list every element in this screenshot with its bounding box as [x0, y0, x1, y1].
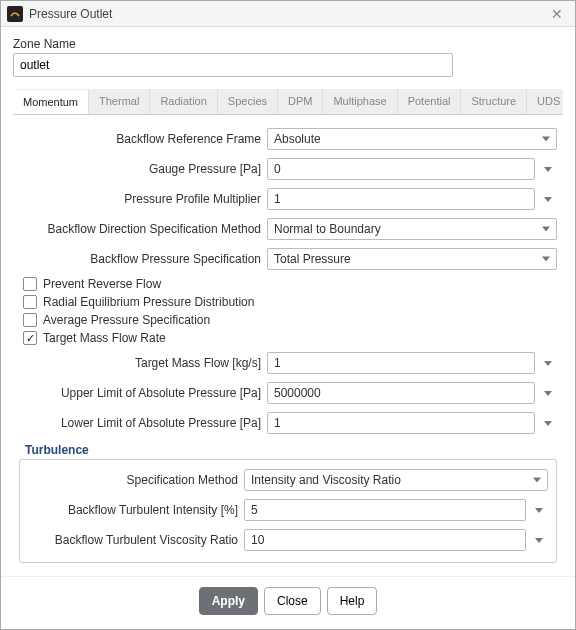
zone-name-input[interactable]: [13, 53, 453, 77]
app-icon: [7, 6, 23, 22]
prevent-reverse-checkbox[interactable]: [23, 277, 37, 291]
turb-intensity-menu[interactable]: [530, 499, 548, 521]
turb-spec-method-select[interactable]: Intensity and Viscosity Ratio: [244, 469, 548, 491]
window-title: Pressure Outlet: [29, 7, 545, 21]
tab-momentum[interactable]: Momentum: [13, 90, 89, 115]
tab-uds[interactable]: UDS: [527, 89, 563, 114]
dialog-window: Pressure Outlet ✕ Zone Name Momentum The…: [0, 0, 576, 630]
turb-spec-method-label: Specification Method: [28, 473, 244, 487]
apply-button[interactable]: Apply: [199, 587, 258, 615]
tab-potential[interactable]: Potential: [398, 89, 462, 114]
target-mass-flow-menu[interactable]: [539, 352, 557, 374]
radial-eq-label: Radial Equilibrium Pressure Distribution: [43, 295, 254, 309]
dir-spec-method-label: Backflow Direction Specification Method: [19, 222, 267, 236]
dialog-content: Zone Name Momentum Thermal Radiation Spe…: [1, 27, 575, 576]
radial-eq-checkbox[interactable]: [23, 295, 37, 309]
help-button[interactable]: Help: [327, 587, 378, 615]
target-mass-flow-input[interactable]: [267, 352, 535, 374]
lower-limit-menu[interactable]: [539, 412, 557, 434]
avg-pressure-checkbox[interactable]: [23, 313, 37, 327]
target-mfr-label: Target Mass Flow Rate: [43, 331, 166, 345]
profile-multiplier-input[interactable]: [267, 188, 535, 210]
prevent-reverse-label: Prevent Reverse Flow: [43, 277, 161, 291]
turbulence-title: Turbulence: [25, 443, 557, 457]
tab-structure[interactable]: Structure: [461, 89, 527, 114]
turb-viscosity-ratio-input[interactable]: [244, 529, 526, 551]
profile-multiplier-label: Pressure Profile Multiplier: [19, 192, 267, 206]
tab-bar: Momentum Thermal Radiation Species DPM M…: [13, 89, 563, 115]
lower-limit-label: Lower Limit of Absolute Pressure [Pa]: [19, 416, 267, 430]
zone-name-label: Zone Name: [13, 37, 563, 51]
titlebar: Pressure Outlet ✕: [1, 1, 575, 27]
turb-intensity-input[interactable]: [244, 499, 526, 521]
upper-limit-input[interactable]: [267, 382, 535, 404]
tab-radiation[interactable]: Radiation: [150, 89, 217, 114]
gauge-pressure-input[interactable]: [267, 158, 535, 180]
turbulence-group: Turbulence Specification Method Intensit…: [19, 443, 557, 563]
tab-thermal[interactable]: Thermal: [89, 89, 150, 114]
gauge-pressure-menu[interactable]: [539, 158, 557, 180]
close-button[interactable]: Close: [264, 587, 321, 615]
pressure-spec-select[interactable]: Total Pressure: [267, 248, 557, 270]
dir-spec-method-select[interactable]: Normal to Boundary: [267, 218, 557, 240]
pressure-spec-label: Backflow Pressure Specification: [19, 252, 267, 266]
target-mass-flow-label: Target Mass Flow [kg/s]: [19, 356, 267, 370]
upper-limit-menu[interactable]: [539, 382, 557, 404]
gauge-pressure-label: Gauge Pressure [Pa]: [19, 162, 267, 176]
upper-limit-label: Upper Limit of Absolute Pressure [Pa]: [19, 386, 267, 400]
target-mfr-checkbox[interactable]: [23, 331, 37, 345]
lower-limit-input[interactable]: [267, 412, 535, 434]
tab-dpm[interactable]: DPM: [278, 89, 323, 114]
dialog-footer: Apply Close Help: [1, 576, 575, 629]
profile-multiplier-menu[interactable]: [539, 188, 557, 210]
close-icon[interactable]: ✕: [545, 2, 569, 26]
turb-viscosity-ratio-label: Backflow Turbulent Viscosity Ratio: [28, 533, 244, 547]
backflow-ref-frame-label: Backflow Reference Frame: [19, 132, 267, 146]
tab-multiphase[interactable]: Multiphase: [323, 89, 397, 114]
backflow-ref-frame-select[interactable]: Absolute: [267, 128, 557, 150]
avg-pressure-label: Average Pressure Specification: [43, 313, 210, 327]
turb-viscosity-ratio-menu[interactable]: [530, 529, 548, 551]
turb-intensity-label: Backflow Turbulent Intensity [%]: [28, 503, 244, 517]
tab-species[interactable]: Species: [218, 89, 278, 114]
momentum-panel: Backflow Reference Frame Absolute Gauge …: [13, 115, 563, 573]
